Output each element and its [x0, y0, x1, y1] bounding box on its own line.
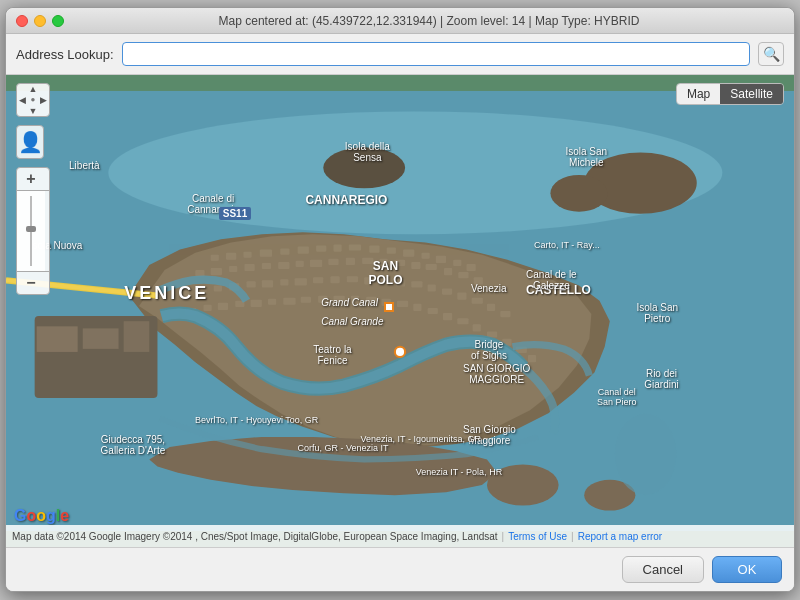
nav-right[interactable]: ▶ — [38, 95, 49, 106]
svg-rect-56 — [347, 276, 358, 282]
google-o2: o — [36, 507, 46, 524]
svg-rect-12 — [211, 255, 219, 261]
svg-rect-74 — [283, 298, 295, 305]
svg-rect-26 — [453, 260, 461, 266]
svg-rect-48 — [214, 285, 222, 291]
svg-rect-65 — [487, 304, 495, 311]
zoom-track — [30, 196, 32, 266]
svg-rect-77 — [333, 296, 344, 302]
address-bar: Address Lookup: 🔍 — [6, 34, 794, 75]
svg-rect-86 — [473, 324, 481, 331]
nav-up[interactable]: ▲ — [28, 84, 39, 95]
svg-rect-27 — [467, 264, 476, 271]
map-controls: ▲ ◀ ● ▶ ▼ 👤 + − — [16, 83, 50, 295]
svg-rect-45 — [474, 277, 483, 284]
svg-rect-24 — [421, 253, 429, 259]
zoom-out-button[interactable]: − — [17, 272, 45, 294]
titlebar-text: Map centered at: (45.439722,12.331944) |… — [74, 14, 784, 28]
svg-point-91 — [615, 413, 676, 495]
ok-button[interactable]: OK — [712, 556, 782, 583]
nav-blank — [17, 84, 28, 95]
svg-rect-63 — [457, 293, 466, 300]
svg-rect-76 — [318, 296, 327, 303]
svg-rect-28 — [195, 270, 204, 276]
svg-rect-17 — [298, 247, 309, 254]
svg-rect-62 — [442, 288, 452, 294]
svg-rect-23 — [403, 250, 414, 257]
search-button[interactable]: 🔍 — [758, 42, 784, 66]
svg-rect-16 — [280, 249, 289, 255]
minimize-button[interactable] — [34, 15, 46, 27]
nav-blank4 — [38, 105, 49, 116]
maximize-button[interactable] — [52, 15, 64, 27]
address-input[interactable] — [122, 42, 750, 66]
svg-rect-41 — [411, 262, 420, 269]
svg-rect-43 — [444, 268, 452, 275]
svg-rect-21 — [369, 246, 379, 253]
cancel-button[interactable]: Cancel — [622, 556, 704, 583]
svg-rect-50 — [246, 281, 255, 287]
svg-rect-90 — [528, 355, 536, 362]
svg-rect-35 — [310, 260, 322, 267]
report-map-error-link[interactable]: Report a map error — [578, 531, 662, 542]
terms-of-use-link[interactable]: Terms of Use — [508, 531, 567, 542]
svg-rect-52 — [280, 279, 288, 285]
svg-rect-14 — [243, 252, 251, 258]
svg-rect-54 — [313, 277, 323, 283]
map-type-map[interactable]: Map — [677, 84, 720, 104]
svg-rect-39 — [380, 259, 388, 266]
bottom-bar: Cancel OK — [6, 547, 794, 591]
nav-left[interactable]: ◀ — [17, 95, 28, 106]
svg-rect-72 — [251, 300, 262, 307]
map-type-satellite[interactable]: Satellite — [720, 84, 783, 104]
nav-center[interactable]: ● — [28, 95, 39, 106]
svg-rect-44 — [458, 272, 468, 278]
svg-rect-38 — [362, 258, 373, 264]
google-logo: Google — [14, 507, 69, 525]
svg-rect-82 — [413, 304, 421, 311]
svg-rect-34 — [296, 261, 304, 267]
svg-rect-60 — [411, 281, 422, 287]
svg-rect-55 — [330, 276, 339, 283]
svg-rect-57 — [364, 277, 372, 284]
attribution-text: Map data ©2014 Google Imagery ©2014 , Cn… — [12, 531, 498, 542]
svg-rect-70 — [218, 303, 228, 310]
svg-rect-79 — [366, 297, 376, 303]
svg-rect-40 — [395, 260, 405, 266]
svg-rect-84 — [443, 313, 452, 320]
map-attribution: Map data ©2014 Google Imagery ©2014 , Cn… — [6, 525, 794, 547]
titlebar: Map centered at: (45.439722,12.331944) |… — [6, 8, 794, 34]
svg-point-10 — [550, 175, 607, 212]
svg-rect-46 — [180, 291, 189, 297]
google-o1: o — [26, 507, 36, 524]
zoom-slider-track[interactable] — [17, 191, 45, 271]
svg-rect-78 — [351, 296, 359, 303]
zoom-control: + − — [16, 167, 50, 295]
nav-down[interactable]: ▼ — [28, 105, 39, 116]
zoom-in-button[interactable]: + — [17, 168, 45, 190]
svg-rect-30 — [229, 266, 237, 272]
close-button[interactable] — [16, 15, 28, 27]
road-label-ss11: SS11 — [219, 207, 251, 220]
svg-rect-53 — [295, 278, 307, 285]
svg-point-11 — [323, 147, 405, 188]
grand-canal-marker — [384, 302, 394, 312]
svg-rect-20 — [349, 244, 361, 250]
svg-rect-31 — [244, 264, 254, 271]
svg-rect-58 — [380, 278, 390, 284]
svg-rect-13 — [226, 253, 236, 260]
map-container[interactable]: VENICE CANNAREGIO SANPOLO CASTELLO Grand… — [6, 75, 794, 547]
zoom-thumb[interactable] — [26, 226, 36, 232]
svg-rect-42 — [426, 264, 437, 270]
nav-control[interactable]: ▲ ◀ ● ▶ ▼ — [16, 83, 50, 117]
google-g2: g — [46, 507, 56, 524]
svg-rect-37 — [346, 258, 355, 265]
svg-rect-85 — [457, 318, 468, 324]
svg-rect-73 — [268, 299, 276, 305]
svg-rect-69 — [204, 305, 212, 311]
svg-rect-19 — [333, 244, 341, 251]
pegman[interactable]: 👤 — [16, 125, 44, 159]
svg-rect-25 — [436, 256, 446, 263]
svg-rect-83 — [428, 308, 438, 314]
svg-rect-36 — [328, 259, 338, 265]
